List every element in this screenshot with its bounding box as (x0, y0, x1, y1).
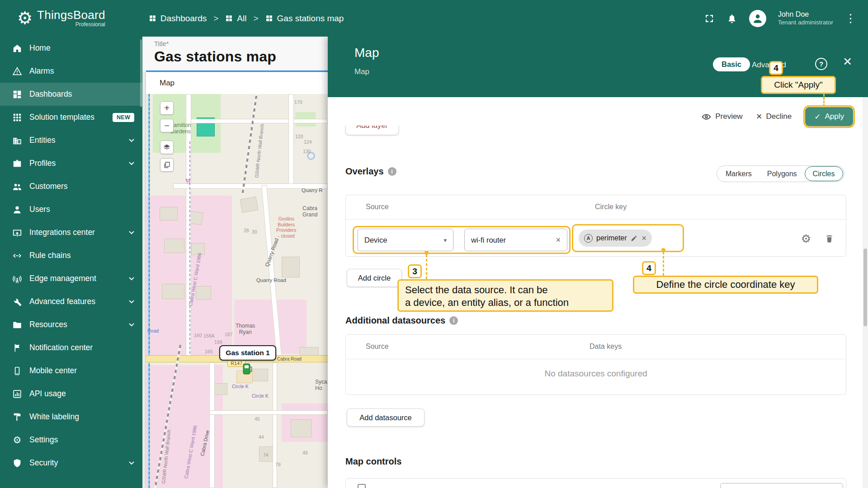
user-role: Tenant administrator (778, 19, 833, 27)
map-house-number: 74 (263, 452, 269, 458)
help-icon[interactable] (815, 58, 827, 70)
annotation-step-number: 4 (769, 61, 783, 75)
add-datasource-button[interactable]: Add datasource (347, 408, 425, 427)
title-input-underline (146, 70, 328, 72)
sidebar-item-api-usage[interactable]: API usage (0, 382, 142, 405)
map-house-number: 79 (275, 462, 281, 467)
row-delete-trash-icon[interactable] (820, 229, 839, 248)
sidebar-item-white-labeling[interactable]: White labeling (0, 405, 142, 428)
preview-button[interactable]: Preview (702, 112, 742, 122)
sidebar-item-alarms[interactable]: Alarms (0, 60, 142, 83)
sidebar-item-solution-templates[interactable]: Solution templates NEW (0, 106, 142, 129)
map-house-number: 45 (255, 416, 260, 422)
add-circle-button[interactable]: Add circle (347, 269, 402, 287)
sidebar-item-profiles[interactable]: Profiles (0, 152, 142, 175)
map-house-number: 165 (205, 349, 213, 354)
settings-scrollbar-track[interactable] (863, 97, 868, 488)
breadcrumb-item-dashboards[interactable]: Dashboards (149, 14, 207, 23)
sidebar-item-entities[interactable]: Entities (0, 129, 142, 152)
close-icon[interactable] (843, 54, 852, 69)
sidebar-item-settings[interactable]: Settings (0, 428, 142, 451)
position-select[interactable] (720, 483, 843, 488)
entities-icon (12, 135, 23, 146)
sidebar-item-notification-center[interactable]: Notification center (0, 336, 142, 359)
map[interactable]: Hamilton Gardens Quarry Road Quarry Road… (146, 94, 328, 488)
check-icon (814, 112, 821, 122)
map-road-label: Quarry Road (256, 277, 286, 284)
annotation-connector (426, 254, 427, 279)
sidebar-scrollbar[interactable] (140, 39, 142, 107)
notifications-bell-icon[interactable] (726, 13, 737, 24)
zoom-in-button[interactable]: + (160, 101, 174, 115)
sidebar-item-users[interactable]: Users (0, 198, 142, 221)
info-icon[interactable] (449, 316, 458, 325)
home-icon (12, 43, 23, 54)
breadcrumb-item-all[interactable]: All (225, 14, 246, 23)
source-entity-field[interactable]: wi-fi router (464, 229, 567, 251)
sidebar-item-dashboards[interactable]: Dashboards (0, 83, 142, 106)
row-settings-gear-icon[interactable] (797, 229, 816, 248)
code-brackets-icon (12, 250, 23, 261)
sidebar-item-integrations-center[interactable]: Integrations center (0, 221, 142, 244)
decline-button[interactable]: Decline (756, 112, 792, 122)
sidebar-item-edge-management[interactable]: Edge management (0, 267, 142, 290)
grid-icon (225, 14, 233, 22)
toggle-polygons[interactable]: Polygons (760, 165, 805, 182)
zoom-out-button[interactable]: − (160, 119, 174, 132)
sidebar-item-label: Entities (29, 136, 129, 145)
widget-title: Map (160, 79, 175, 88)
edit-pencil-icon[interactable] (631, 235, 637, 242)
more-menu-icon[interactable] (845, 12, 856, 25)
sidebar-item-security[interactable]: Security (0, 451, 142, 474)
additional-datasources-label: Additional datasources (345, 315, 445, 326)
zoom-out-label: − (164, 121, 170, 131)
sidebar-item-customers[interactable]: Customers (0, 175, 142, 198)
table-divider (346, 219, 846, 220)
clear-icon[interactable] (556, 235, 561, 245)
info-icon[interactable] (388, 167, 396, 176)
sidebar-item-label: Dashboards (29, 89, 134, 99)
map-railway (241, 94, 258, 195)
widget-settings-panel: Map Map Basic Advanced 4 Click "Apply" P… (328, 37, 868, 488)
brand: ThingsBoard Professional (0, 9, 105, 27)
sidebar-item-label: Alarms (29, 66, 134, 76)
new-badge: NEW (113, 113, 134, 122)
flag-icon (12, 343, 23, 353)
smartphone-icon (12, 366, 23, 376)
sidebar-item-rule-chains[interactable]: Rule chains (0, 244, 142, 267)
sidebar-item-label: Profiles (29, 159, 129, 168)
circle-key-label: perimeter (596, 234, 627, 242)
tab-basic[interactable]: Basic (713, 57, 750, 71)
grid-icon (265, 14, 273, 22)
dashboard-title-input[interactable]: Gas stations map (154, 48, 328, 65)
add-layer-button[interactable]: Add layer (345, 126, 399, 135)
sidebar-item-resources[interactable]: Resources (0, 313, 142, 336)
map-widget-card[interactable]: Map (146, 72, 328, 488)
tab-basic-label: Basic (722, 60, 741, 69)
map-layers-button[interactable] (160, 141, 174, 154)
sidebar-item-mobile-center[interactable]: Mobile center (0, 359, 142, 382)
chevron-down-icon (443, 237, 447, 244)
source-type-select[interactable]: Device (358, 229, 453, 251)
toggle-markers[interactable]: Markers (718, 165, 760, 182)
annotation-select-source: Select the data source. It can be a devi… (397, 279, 613, 312)
circle-key-chip[interactable]: A perimeter (579, 230, 652, 247)
sidebar-item-label: Home (29, 43, 134, 53)
sidebar-item-label: Settings (29, 435, 134, 445)
checkbox[interactable] (358, 484, 366, 488)
toggle-circles[interactable]: Circles (805, 166, 843, 181)
gas-station-marker[interactable]: Gas station 1 (219, 345, 276, 361)
sidebar-item-home[interactable]: Home (0, 37, 142, 60)
chevron-down-icon (129, 461, 134, 465)
remove-key-icon[interactable] (642, 234, 647, 243)
fullscreen-icon[interactable] (704, 13, 715, 24)
map-pages-button[interactable] (160, 158, 174, 172)
add-datasource-label: Add datasource (359, 413, 412, 422)
breadcrumb-item-current[interactable]: Gas stations map (265, 14, 344, 23)
apply-button[interactable]: Apply (805, 107, 853, 126)
map-road (288, 94, 294, 187)
user-avatar[interactable] (749, 10, 766, 27)
chevron-down-icon (129, 323, 134, 327)
settings-scrollbar-thumb[interactable] (863, 249, 867, 326)
sidebar-item-advanced-features[interactable]: Advanced features (0, 290, 142, 313)
